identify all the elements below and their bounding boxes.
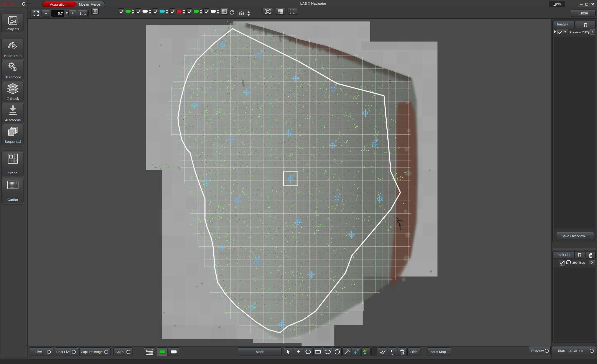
svg-text:2: 2 bbox=[13, 132, 14, 134]
svg-text:F: F bbox=[258, 255, 260, 259]
svg-text:F: F bbox=[339, 192, 341, 196]
svg-text:F: F bbox=[335, 83, 337, 87]
svg-text:F: F bbox=[314, 269, 315, 273]
svg-text:F: F bbox=[292, 173, 295, 177]
svg-text:F: F bbox=[254, 302, 256, 305]
svg-text:F: F bbox=[291, 127, 293, 131]
svg-text:F: F bbox=[225, 40, 227, 43]
svg-text:F: F bbox=[376, 139, 378, 142]
svg-text:ALL: ALL bbox=[392, 353, 395, 355]
svg-text:F: F bbox=[353, 229, 356, 233]
svg-text:F: F bbox=[357, 349, 358, 352]
svg-text:F: F bbox=[224, 242, 226, 246]
svg-text:F: F bbox=[368, 107, 370, 111]
svg-text:F: F bbox=[335, 140, 337, 143]
svg-text:F: F bbox=[208, 176, 211, 180]
svg-text:F: F bbox=[298, 73, 300, 77]
svg-text:AF: AF bbox=[363, 349, 367, 353]
svg-text:F: F bbox=[196, 100, 198, 103]
svg-text:F: F bbox=[382, 193, 384, 197]
svg-text:+: + bbox=[347, 349, 348, 350]
svg-text:F: F bbox=[283, 319, 286, 323]
svg-text:F: F bbox=[233, 134, 235, 138]
svg-text:F: F bbox=[261, 50, 263, 53]
svg-text:+: + bbox=[349, 350, 350, 353]
svg-text:1: 1 bbox=[9, 133, 11, 135]
svg-text:3: 3 bbox=[16, 130, 17, 133]
svg-text:F: F bbox=[249, 87, 251, 91]
svg-text:F: F bbox=[239, 195, 241, 198]
svg-text:F: F bbox=[300, 217, 302, 221]
